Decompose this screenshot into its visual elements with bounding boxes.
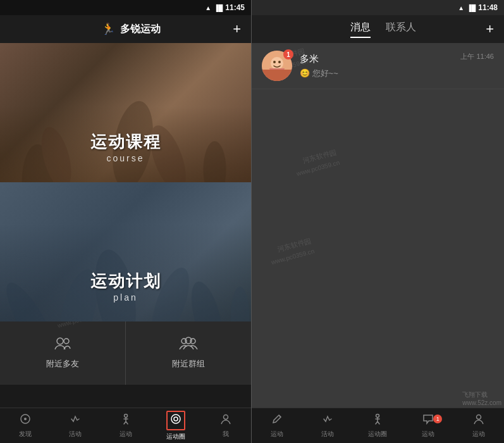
avatar-wrap: 1 xyxy=(262,51,292,81)
nav-discover-label: 发现 xyxy=(19,430,32,439)
svg-point-23 xyxy=(271,57,283,70)
right-tabs: 消息 联系人 xyxy=(350,21,416,38)
msg-content: 多米 😊 您好~~ xyxy=(300,53,453,79)
svg-point-19 xyxy=(171,415,180,423)
svg-point-12 xyxy=(64,339,69,344)
svg-point-10 xyxy=(231,287,250,321)
left-phone: 河东软件园 www.pc0359.cn 河东软件园 www.pc0359.cn … xyxy=(0,0,252,443)
right-edit-icon xyxy=(271,413,283,428)
app-name: 多锐运动 xyxy=(120,23,161,36)
tab-contacts[interactable]: 联系人 xyxy=(386,21,416,38)
left-add-button[interactable]: + xyxy=(233,21,241,37)
right-nav-sport-label: 运动圈 xyxy=(368,430,387,439)
svg-point-20 xyxy=(174,417,178,421)
right-nav-edit-label: 运动 xyxy=(271,430,283,439)
left-status-icons: ▲ ▐█ 11:45 xyxy=(205,3,245,12)
plan-overlay: 运动计划 plan xyxy=(90,270,161,303)
right-sport-icon xyxy=(372,413,383,428)
svg-point-17 xyxy=(24,418,27,420)
nav-discover[interactable]: 发现 xyxy=(0,413,50,439)
course-en-label: course xyxy=(90,153,161,163)
activity-icon xyxy=(70,413,81,428)
bottom-grid: 附近多友 附近群组 xyxy=(0,321,251,385)
svg-point-4 xyxy=(204,141,226,182)
right-nav-sport[interactable]: 运动圈 xyxy=(353,413,403,439)
right-nav-activity[interactable]: 活动 xyxy=(302,413,353,439)
nav-circle-box xyxy=(166,411,185,430)
svg-point-21 xyxy=(224,415,228,419)
plan-section[interactable]: 运动计划 plan xyxy=(0,182,251,321)
nearby-groups-label: 附近群组 xyxy=(172,358,205,370)
svg-point-18 xyxy=(124,414,127,417)
right-nav-message-label: 运动 xyxy=(422,430,434,439)
nav-me[interactable]: 我 xyxy=(201,413,251,439)
course-section[interactable]: 运动课程 course xyxy=(0,43,251,182)
me-icon xyxy=(220,413,231,428)
left-bottom-nav: 发现 活动 运动 xyxy=(0,408,251,443)
msg-preview: 😊 您好~~ xyxy=(300,68,453,79)
nearby-friends[interactable]: 附近多友 xyxy=(0,321,126,385)
left-time: 11:45 xyxy=(225,3,245,12)
svg-point-27 xyxy=(376,414,379,417)
nav-circle-label: 运动圈 xyxy=(166,432,185,441)
message-badge: 1 xyxy=(283,49,293,59)
nav-activity-label: 活动 xyxy=(69,430,82,439)
sport-icon xyxy=(120,413,132,428)
msg-name: 多米 xyxy=(300,53,453,65)
right-battery-icon: ▐█ xyxy=(467,4,476,11)
message-list: 1 多米 😊 您好~~ 上午 11:46 xyxy=(252,43,504,408)
left-header: 🏃 多锐运动 + xyxy=(0,15,251,43)
course-cn-label: 运动课程 xyxy=(90,131,161,153)
right-nav-settings-label: 运动 xyxy=(472,430,485,439)
left-main-content: 运动课程 course 运动计划 plan xyxy=(0,43,251,408)
svg-point-9 xyxy=(185,278,228,321)
right-activity-icon xyxy=(322,413,333,428)
right-time: 11:48 xyxy=(478,3,498,12)
right-status-icons: ▲ ▐█ 11:48 xyxy=(458,3,498,12)
svg-rect-26 xyxy=(262,70,292,81)
plan-en-label: plan xyxy=(90,292,161,303)
right-phone: 河东软件园 www.pc0359.cn 河东软件园 www.pc0359.cn … xyxy=(252,0,504,443)
course-overlay: 运动课程 course xyxy=(90,131,161,163)
plan-cn-label: 运动计划 xyxy=(90,270,161,292)
discover-icon xyxy=(20,413,31,428)
right-bottom-nav: 运动 活动 运动圈 1 xyxy=(252,408,504,443)
svg-point-28 xyxy=(477,415,481,419)
right-header: 消息 联系人 + xyxy=(252,15,504,43)
svg-point-5 xyxy=(0,277,65,321)
left-status-bar: ▲ ▐█ 11:45 xyxy=(0,0,251,15)
right-nav-activity-label: 活动 xyxy=(321,430,334,439)
message-item-domi[interactable]: 1 多米 😊 您好~~ 上午 11:46 xyxy=(252,43,504,89)
nav-me-label: 我 xyxy=(223,430,229,439)
nearby-friends-label: 附近多友 xyxy=(46,358,79,370)
right-nav-message[interactable]: 1 运动 xyxy=(403,413,453,439)
right-nav-settings[interactable]: 运动 xyxy=(453,413,504,439)
tab-messages[interactable]: 消息 xyxy=(350,21,371,38)
nav-sport-label: 运动 xyxy=(120,430,132,439)
run-icon: 🏃 xyxy=(101,22,115,36)
right-nav-edit[interactable]: 运动 xyxy=(252,413,302,439)
svg-point-24 xyxy=(273,61,276,63)
svg-point-25 xyxy=(278,61,281,63)
right-wifi-icon: ▲ xyxy=(458,4,464,11)
right-nav-badge: 1 xyxy=(433,415,442,423)
msg-time: 上午 11:46 xyxy=(460,51,494,61)
app-title: 🏃 多锐运动 xyxy=(101,22,161,36)
battery-icon: ▐█ xyxy=(214,4,223,11)
right-status-bar: ▲ ▐█ 11:48 xyxy=(252,0,504,15)
svg-point-11 xyxy=(57,338,63,344)
nav-sport[interactable]: 运动 xyxy=(101,413,151,439)
groups-icon xyxy=(179,337,198,354)
nearby-groups[interactable]: 附近群组 xyxy=(126,321,251,385)
nav-circle[interactable]: 运动圈 xyxy=(151,411,200,441)
circle-icon xyxy=(170,415,181,427)
friends-icon xyxy=(54,337,71,354)
right-add-button[interactable]: + xyxy=(486,21,494,37)
nav-activity[interactable]: 活动 xyxy=(50,413,100,439)
right-settings-icon xyxy=(473,413,484,428)
right-message-icon xyxy=(422,413,434,428)
wifi-icon: ▲ xyxy=(205,4,211,11)
